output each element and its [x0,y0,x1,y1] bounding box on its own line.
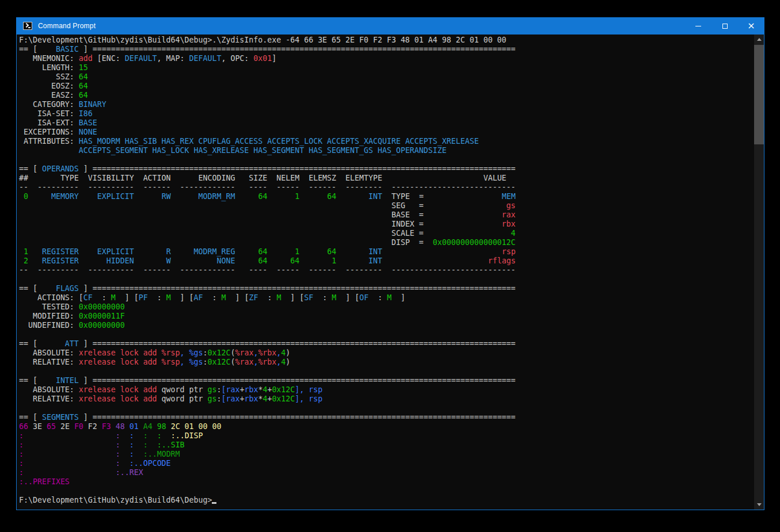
terminal-line: ABSOLUTE: xrelease lock add qword ptr gs… [19,385,754,395]
maximize-button[interactable] [711,17,738,35]
scrollbar-thumb[interactable] [754,45,764,144]
close-icon: × [747,21,755,30]
terminal-line: -- --------- ---------- ------ ---------… [19,266,754,275]
terminal-line: SCALE = 4 [19,229,754,238]
scroll-up-button[interactable] [754,35,764,44]
cmd-icon[interactable] [23,22,32,30]
text-cursor [212,502,216,504]
terminal-line: RELATIVE: xrelease lock add qword ptr gs… [19,395,754,404]
terminal-line: LENGTH: 15 [19,63,754,72]
terminal-line: :..PREFIXES [19,477,754,487]
terminal-line: ABSOLUTE: xrelease lock add %rsp, %gs:0x… [19,349,754,358]
terminal-line: : : : : : :..DISP [19,431,754,441]
terminal-line: ISA-EXT: BASE [19,118,754,128]
terminal-line: : : : :..MODRM [19,450,754,459]
terminal-line [19,275,754,284]
terminal-line: UNDEFINED: 0x00000000 [19,321,754,330]
terminal-line: EOSZ: 64 [19,82,754,91]
terminal-line: ISA-SET: I86 [19,109,754,118]
terminal-line: MNEMONIC: add [ENC: DEFAULT, MAP: DEFAUL… [19,54,754,63]
terminal-line: RELATIVE: xrelease lock add %rsp, %gs:0x… [19,358,754,367]
scroll-up-icon [757,38,762,41]
scroll-down-button[interactable] [754,500,764,510]
terminal-line [19,367,754,376]
console-output[interactable]: F:\Development\GitHub\zydis\Build64\Debu… [17,35,754,510]
terminal-line: 2 REGISTER HIDDEN W NONE 64 64 1 INT rfl… [19,257,754,266]
maximize-icon [722,24,728,29]
terminal-line: TESTED: 0x00000000 [19,303,754,312]
terminal-line: 1 REGISTER EXPLICIT R MODRM_REG 64 1 64 … [19,247,754,257]
terminal-line: ATTRIBUTES: HAS_MODRM HAS_SIB HAS_REX CP… [19,137,754,146]
window-body: F:\Development\GitHub\zydis\Build64\Debu… [16,35,764,510]
close-button[interactable]: × [738,17,764,35]
terminal-line: 66 3E 65 2E F0 F2 F3 48 01 A4 98 2C 01 0… [19,422,754,431]
terminal-line: == [ FLAGS ] ===========================… [19,284,754,293]
terminal-line: BASE = rax [19,210,754,220]
terminal-line: SEG = gs [19,201,754,210]
terminal-line: ACCEPTS_SEGMENT HAS_LOCK HAS_XRELEASE HA… [19,146,754,155]
terminal-line: F:\Development\GitHub\zydis\Build64\Debu… [19,36,754,45]
prompt-underscore-icon [28,27,31,28]
scroll-down-icon [757,503,762,506]
terminal-line: 0 MEMORY EXPLICIT RW MODRM_RM 64 1 64 IN… [19,192,754,201]
window-controls: × [685,17,764,35]
minimize-icon [695,26,701,26]
terminal-line: CATEGORY: BINARY [19,100,754,109]
title-bar[interactable]: Command Prompt × [16,17,764,35]
terminal-line: SSZ: 64 [19,72,754,82]
terminal-line: EASZ: 64 [19,91,754,100]
terminal-line: EXCEPTIONS: NONE [19,128,754,137]
terminal-line: MODIFIED: 0x0000011F [19,312,754,321]
terminal-line [19,330,754,339]
terminal-line: : :..REX [19,468,754,477]
terminal-line: ACTIONS: [CF : M ] [PF : M ] [AF : M ] [… [19,293,754,303]
terminal-line [19,404,754,413]
terminal-line: == [ ATT ] =============================… [19,339,754,349]
terminal-line: == [ SEGMENTS ] ========================… [19,413,754,422]
terminal-line [19,487,754,496]
terminal-line: DISP = 0x000000000000012C [19,238,754,247]
terminal-line: F:\Development\GitHub\zydis\Build64\Debu… [19,496,754,505]
terminal-line: == [ OPERANDS ] ========================… [19,164,754,174]
terminal-window: Command Prompt × F:\Development\GitHub\z… [16,17,764,510]
terminal-line: INDEX = rbx [19,220,754,229]
minimize-button[interactable] [685,17,711,35]
window-title: Command Prompt [38,22,96,30]
terminal-line: == [ BASIC ] ===========================… [19,45,754,54]
terminal-line: : : :..OPCODE [19,459,754,468]
screen-background: { "window": { "title": "Command Prompt",… [0,0,780,532]
terminal-line [19,155,754,164]
terminal-line: ## TYPE VISIBILITY ACTION ENCODING SIZE … [19,174,754,183]
terminal-line: -- --------- ---------- ------ ---------… [19,183,754,192]
terminal-line: : : : : :..SIB [19,441,754,450]
scrollbar[interactable] [754,35,764,510]
terminal-line: == [ INTEL ] ===========================… [19,376,754,385]
